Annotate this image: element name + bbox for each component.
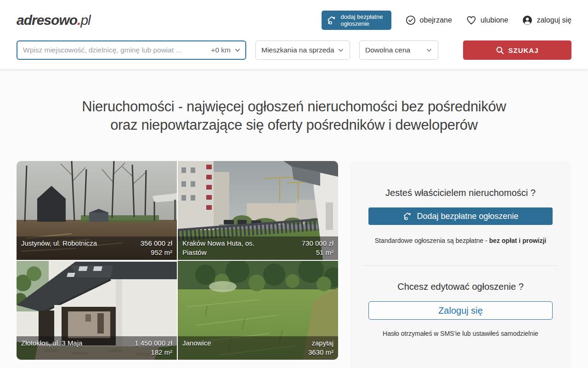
listing-price: 1 450 000 zł bbox=[135, 339, 172, 348]
listing-caption: Janowice zapytaj 3630 m² bbox=[178, 336, 338, 360]
logo-tld: pl bbox=[80, 12, 90, 28]
chevron-down-icon bbox=[338, 47, 344, 53]
page-title-line2: oraz niepowtarzające się oferty pośredni… bbox=[110, 117, 478, 133]
header: adresowo.pl dodaj bezpłatne ogłoszenie o… bbox=[0, 0, 588, 69]
owner-note-plain: Standardowe ogłoszenia są bezpłatne - bbox=[375, 237, 489, 244]
house-add-icon bbox=[402, 211, 413, 221]
listing-card[interactable]: Kraków Nowa Huta, os. Piastów 730 000 zł… bbox=[178, 161, 338, 260]
edit-section-note: Hasło otrzymałeś w SMS'ie lub ustawiłeś … bbox=[368, 330, 553, 337]
listing-location: Justynów, ul. Robotnicza bbox=[21, 239, 97, 257]
logo-text: adresowo bbox=[17, 12, 77, 28]
price-select[interactable]: Dowolna cena bbox=[359, 40, 438, 60]
search-bar: +0 km Mieszkania na sprzeda Dowolna cena bbox=[17, 40, 571, 60]
price-value: Dowolna cena bbox=[365, 46, 410, 54]
radius-dropdown[interactable]: +0 km bbox=[211, 46, 241, 54]
add-listing-label: dodaj bezpłatne ogłoszenie bbox=[341, 13, 387, 27]
owner-section-note: Standardowe ogłoszenia są bezpłatne - be… bbox=[368, 237, 553, 244]
listing-figures: zapytaj 3630 m² bbox=[308, 339, 334, 357]
location-search-input[interactable] bbox=[23, 46, 211, 54]
owner-note-bold: bez opłat i prowizji bbox=[489, 237, 546, 244]
search-icon bbox=[496, 46, 504, 55]
login-button[interactable]: Zaloguj się bbox=[368, 301, 553, 320]
listing-figures: 730 000 zł 51 m² bbox=[302, 239, 334, 257]
owner-section-title: Jesteś właścicielem nieruchomości ? bbox=[368, 188, 553, 198]
add-free-listing-label: Dodaj bezpłatne ogłoszenie bbox=[417, 212, 518, 221]
sidebar-panel: Jesteś właścicielem nieruchomości ? Doda… bbox=[350, 161, 571, 368]
account-icon bbox=[522, 15, 533, 26]
heart-icon bbox=[466, 15, 477, 26]
listing-area: 51 m² bbox=[302, 248, 334, 257]
search-button[interactable]: SZUKAJ bbox=[463, 40, 571, 60]
listing-caption: Kraków Nowa Huta, os. Piastów 730 000 zł… bbox=[178, 236, 338, 260]
listing-area: 182 m² bbox=[135, 348, 172, 357]
page-title: Nieruchomości - najwięcej ogłoszeń nieru… bbox=[0, 98, 588, 134]
nav-item-viewed[interactable]: obejrzane bbox=[405, 15, 452, 26]
chevron-down-icon bbox=[234, 47, 241, 53]
category-select[interactable]: Mieszkania na sprzeda bbox=[255, 40, 350, 60]
listing-card[interactable]: Justynów, ul. Robotnicza 356 000 zł 952 … bbox=[17, 161, 177, 260]
chevron-down-icon bbox=[426, 47, 432, 53]
owner-section: Jesteś właścicielem nieruchomości ? Doda… bbox=[368, 161, 553, 265]
nav-item-label: ulubione bbox=[481, 16, 509, 24]
listing-price: 356 000 zł bbox=[141, 239, 172, 248]
nav-item-label: obejrzane bbox=[420, 16, 452, 24]
listing-price: 730 000 zł bbox=[302, 239, 334, 248]
edit-section-title: Chcesz edytować ogłoszenie ? bbox=[368, 282, 553, 292]
house-add-icon bbox=[326, 15, 337, 26]
main-content: Justynów, ul. Robotnicza 356 000 zł 952 … bbox=[0, 161, 588, 368]
search-button-label: SZUKAJ bbox=[508, 46, 538, 54]
page: adresowo.pl dodaj bezpłatne ogłoszenie o… bbox=[0, 0, 588, 368]
page-title-line1: Nieruchomości - najwięcej ogłoszeń nieru… bbox=[82, 98, 506, 115]
listing-price: zapytaj bbox=[308, 339, 334, 348]
logo[interactable]: adresowo.pl bbox=[17, 12, 90, 28]
listing-caption: Złotokłos, ul. 3 Maja 1 450 000 zł 182 m… bbox=[17, 336, 177, 360]
login-button-label: Zaloguj się bbox=[438, 305, 483, 316]
location-search-field[interactable]: +0 km bbox=[17, 40, 246, 60]
listing-location: Złotokłos, ul. 3 Maja bbox=[21, 339, 82, 357]
listing-card[interactable]: Janowice zapytaj 3630 m² bbox=[178, 261, 338, 360]
listing-location: Kraków Nowa Huta, os. Piastów bbox=[182, 239, 270, 257]
listing-location: Janowice bbox=[182, 339, 211, 357]
listings-grid: Justynów, ul. Robotnicza 356 000 zł 952 … bbox=[17, 161, 338, 360]
listing-caption: Justynów, ul. Robotnicza 356 000 zł 952 … bbox=[17, 236, 177, 260]
add-free-listing-button[interactable]: Dodaj bezpłatne ogłoszenie bbox=[368, 207, 553, 225]
add-listing-button[interactable]: dodaj bezpłatne ogłoszenie bbox=[322, 11, 391, 30]
header-nav: dodaj bezpłatne ogłoszenie obejrzane ulu… bbox=[322, 11, 571, 30]
category-value: Mieszkania na sprzeda bbox=[261, 46, 334, 54]
check-circle-icon bbox=[405, 15, 416, 26]
listing-figures: 356 000 zł 952 m² bbox=[141, 239, 172, 257]
listing-area: 3630 m² bbox=[308, 348, 334, 357]
listing-area: 952 m² bbox=[141, 248, 172, 257]
nav-item-login[interactable]: zaloguj się bbox=[522, 15, 571, 26]
header-top: adresowo.pl dodaj bezpłatne ogłoszenie o… bbox=[17, 0, 571, 40]
nav-item-label: zaloguj się bbox=[537, 16, 571, 24]
listing-figures: 1 450 000 zł 182 m² bbox=[135, 339, 172, 357]
edit-section: Chcesz edytować ogłoszenie ? Zaloguj się… bbox=[368, 266, 553, 356]
radius-value: +0 km bbox=[211, 46, 231, 54]
listing-card[interactable]: Złotokłos, ul. 3 Maja 1 450 000 zł 182 m… bbox=[17, 261, 177, 360]
nav-item-favorites[interactable]: ulubione bbox=[466, 15, 509, 26]
